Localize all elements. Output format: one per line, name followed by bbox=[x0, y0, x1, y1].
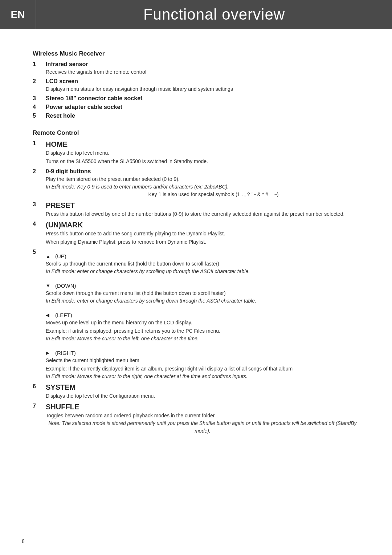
item-description: Receives the signals from the remote con… bbox=[46, 68, 359, 76]
list-item: 5 Reset hole bbox=[33, 113, 359, 119]
list-item: 2 LCD screen Displays menu status for ea… bbox=[33, 78, 359, 93]
item-title: LCD screen bbox=[46, 78, 359, 85]
item-description-italic: In Edit mode: enter or change characters… bbox=[46, 268, 359, 275]
down-arrow-icon: ▼ bbox=[46, 283, 53, 288]
item-number: 5 bbox=[33, 113, 46, 119]
arrow-down-text: (DOWN) bbox=[55, 283, 76, 289]
item-number: 7 bbox=[33, 403, 46, 435]
item-content: 0-9 digit buttons Play the item stored o… bbox=[46, 168, 359, 198]
item-number: 5 bbox=[33, 249, 46, 275]
item-content: ◀ (LEFT) Moves up one level up in the me… bbox=[46, 308, 359, 343]
list-item: 2 0-9 digit buttons Play the item stored… bbox=[33, 168, 359, 198]
list-item: 4 (UN)MARK Press this button once to add… bbox=[33, 221, 359, 246]
item-title: Stereo 1/8" connector cable socket bbox=[46, 95, 359, 102]
item-content: Power adapter cable socket bbox=[46, 104, 359, 110]
item-content: Infrared sensor Receives the signals fro… bbox=[46, 61, 359, 76]
arrow-up-text: (UP) bbox=[55, 253, 66, 259]
item-number: 4 bbox=[33, 221, 46, 246]
item-title: SYSTEM bbox=[46, 383, 359, 392]
arrow-right-label: ▶ (RIGHT) bbox=[46, 350, 359, 356]
list-item: 1 HOME Displays the top level menu. Turn… bbox=[33, 140, 359, 165]
item-description-italic: In Edit mode: Moves the cursor to the ri… bbox=[46, 373, 359, 380]
list-item: ◀ (LEFT) Moves up one level up in the me… bbox=[33, 308, 359, 343]
item-number: 2 bbox=[33, 168, 46, 198]
item-content: HOME Displays the top level menu. Turns … bbox=[46, 140, 359, 165]
item-description: Scrolls down through the current menu li… bbox=[46, 289, 359, 297]
page-number: 8 bbox=[22, 538, 25, 544]
item-description-center: Key 1 is also used for special symbols (… bbox=[68, 191, 359, 198]
list-item: ▼ (DOWN) Scrolls down through the curren… bbox=[33, 278, 359, 305]
list-item: 4 Power adapter cable socket bbox=[33, 104, 359, 110]
up-arrow-icon: ▲ bbox=[46, 254, 53, 259]
item-title: 0-9 digit buttons bbox=[46, 168, 359, 175]
list-item: ▶ (RIGHT) Selects the current highlighte… bbox=[33, 345, 359, 380]
item-content: ▶ (RIGHT) Selects the current highlighte… bbox=[46, 345, 359, 380]
list-item: 3 Stereo 1/8" connector cable socket bbox=[33, 95, 359, 102]
item-description: Scrolls up through the current menu list… bbox=[46, 260, 359, 268]
list-item: 7 SHUFFLE Toggles between random and ord… bbox=[33, 403, 359, 435]
arrow-left-label: ◀ (LEFT) bbox=[46, 312, 359, 318]
list-item: 1 Infrared sensor Receives the signals f… bbox=[33, 61, 359, 76]
page-title: Functional overview bbox=[36, 0, 392, 29]
item-number: 3 bbox=[33, 95, 46, 102]
item-number: 3 bbox=[33, 201, 46, 218]
page-header: EN Functional overview bbox=[0, 0, 392, 29]
item-description: Play the item stored on the preset numbe… bbox=[46, 175, 359, 183]
item-title: Power adapter cable socket bbox=[46, 104, 359, 110]
item-number: 1 bbox=[33, 140, 46, 165]
language-badge: EN bbox=[0, 0, 36, 29]
item-description: Toggles between random and ordered playb… bbox=[46, 412, 359, 420]
item-description: Example: If the currently displayed item… bbox=[46, 365, 359, 373]
item-description: Moves up one level up in the menu hierar… bbox=[46, 319, 359, 327]
list-item: 5 ▲ (UP) Scrolls up through the current … bbox=[33, 249, 359, 275]
item-description-italic: In Edit mode: Moves the cursor to the le… bbox=[46, 335, 359, 343]
item-title: PRESET bbox=[46, 201, 359, 210]
item-description: Press this button followed by one of the… bbox=[46, 210, 359, 218]
item-description-italic: Note: The selected mode is stored perman… bbox=[46, 420, 359, 435]
item-content: LCD screen Displays menu status for easy… bbox=[46, 78, 359, 93]
item-number: 1 bbox=[33, 61, 46, 76]
item-description: Selects the current highlighted menu ite… bbox=[46, 357, 359, 364]
item-description: Press this button once to add the song c… bbox=[46, 230, 359, 238]
item-title: HOME bbox=[46, 140, 359, 149]
item-description-italic: In Edit mode: enter or change characters… bbox=[46, 297, 359, 305]
item-number: 2 bbox=[33, 78, 46, 93]
list-item: 6 SYSTEM Displays the top level of the C… bbox=[33, 383, 359, 400]
item-number: 4 bbox=[33, 104, 46, 110]
item-description-italic: In Edit mode: Key 0-9 is used to enter n… bbox=[46, 183, 359, 191]
item-number: 6 bbox=[33, 383, 46, 400]
item-content: ▼ (DOWN) Scrolls down through the curren… bbox=[46, 278, 359, 305]
item-title: Reset hole bbox=[46, 113, 359, 119]
item-description: Turns on the SLA5500 when the SLA5500 is… bbox=[46, 158, 359, 165]
right-arrow-icon: ▶ bbox=[46, 350, 53, 356]
item-title: SHUFFLE bbox=[46, 403, 359, 411]
main-content: Wireless Music Receiver 1 Infrared senso… bbox=[0, 29, 392, 451]
arrow-up-label: ▲ (UP) bbox=[46, 253, 359, 259]
list-item: 3 PRESET Press this button followed by o… bbox=[33, 201, 359, 218]
item-content: (UN)MARK Press this button once to add t… bbox=[46, 221, 359, 246]
item-description: Displays the top level of the Configurat… bbox=[46, 392, 359, 400]
item-content: SHUFFLE Toggles between random and order… bbox=[46, 403, 359, 435]
arrow-right-text: (RIGHT) bbox=[55, 350, 76, 356]
item-title: Infrared sensor bbox=[46, 61, 359, 68]
item-content: Stereo 1/8" connector cable socket bbox=[46, 95, 359, 102]
item-description: Displays menu status for easy navigation… bbox=[46, 85, 359, 93]
wireless-section-heading: Wireless Music Receiver bbox=[33, 50, 359, 57]
item-content: PRESET Press this button followed by one… bbox=[46, 201, 359, 218]
item-content: ▲ (UP) Scrolls up through the current me… bbox=[46, 249, 359, 275]
item-description: Example: if artist is displayed, pressin… bbox=[46, 327, 359, 335]
remote-section-heading: Remote Control bbox=[33, 129, 359, 137]
item-description: When playing Dynamic Playlist: press to … bbox=[46, 238, 359, 246]
item-content: SYSTEM Displays the top level of the Con… bbox=[46, 383, 359, 400]
arrow-down-label: ▼ (DOWN) bbox=[46, 283, 359, 289]
item-description: Displays the top level menu. bbox=[46, 149, 359, 157]
item-title: (UN)MARK bbox=[46, 221, 359, 229]
left-arrow-icon: ◀ bbox=[46, 312, 53, 318]
item-content: Reset hole bbox=[46, 113, 359, 119]
arrow-left-text: (LEFT) bbox=[55, 312, 72, 318]
